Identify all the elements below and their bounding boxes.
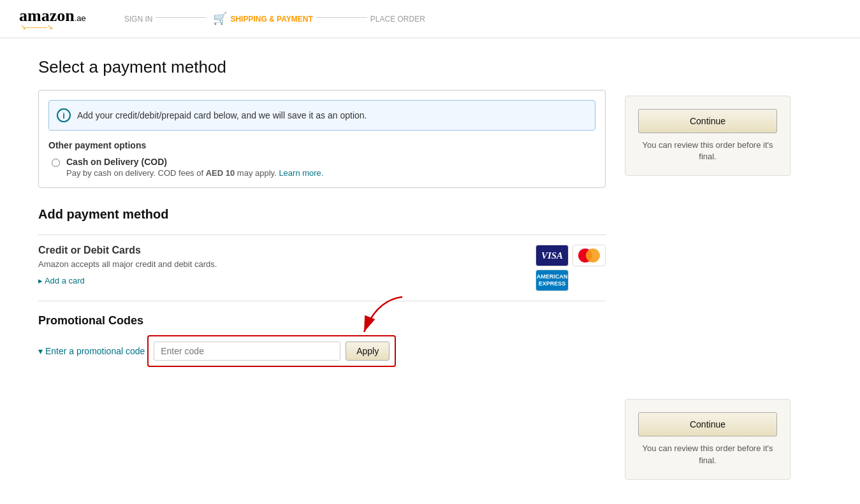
page-title: Select a payment method: [38, 57, 606, 77]
bottom-continue-button[interactable]: Continue: [638, 412, 777, 436]
card-logos: VISA AMERICANEXPRESS: [536, 245, 606, 291]
cards-subtitle: Amazon accepts all major credit and debi…: [38, 259, 217, 269]
cards-title: Credit or Debit Cards: [38, 245, 217, 256]
cod-desc-prefix: Pay by cash on delivery. COD fees of: [66, 168, 206, 178]
credit-cards-row: Credit or Debit Cards Amazon accepts all…: [38, 245, 606, 291]
cod-amount: AED 10: [206, 168, 235, 178]
checkout-steps: SIGN IN 🛒 SHIPPING & PAYMENT PLACE ORDER: [124, 11, 425, 27]
cod-label: Cash on Delivery (COD): [66, 157, 323, 167]
top-continue-button[interactable]: Continue: [638, 109, 777, 133]
info-message: Add your credit/debit/prepaid card below…: [77, 110, 367, 120]
promo-toggle[interactable]: ▾ Enter a promotional code: [38, 346, 145, 356]
promo-input-wrapper: Apply: [147, 335, 396, 367]
amex-icon: AMERICANEXPRESS: [536, 270, 569, 291]
step-shipping: SHIPPING & PAYMENT: [230, 15, 312, 24]
step-signin: SIGN IN: [124, 15, 153, 24]
cod-desc-suffix: may apply.: [235, 168, 277, 178]
top-continue-note: You can review this order before it's fi…: [638, 140, 777, 162]
cod-details: Cash on Delivery (COD) Pay by cash on de…: [66, 157, 323, 178]
add-card-link[interactable]: ▸ Add a card: [38, 276, 85, 285]
divider-bottom: [38, 301, 606, 301]
promo-apply-button[interactable]: Apply: [346, 342, 390, 361]
content-area: Select a payment method i Add your credi…: [38, 57, 606, 480]
logo-ae: .ae: [75, 13, 86, 23]
sidebar: Continue You can review this order befor…: [625, 96, 791, 480]
logo-smile: ↘———↘: [20, 23, 53, 31]
cod-option: Cash on Delivery (COD) Pay by cash on de…: [48, 157, 595, 178]
promo-section: Promotional Codes ▾ Enter a promotional …: [38, 314, 606, 367]
info-icon: i: [57, 108, 71, 122]
promo-title: Promotional Codes: [38, 314, 606, 328]
card-logos-row1: VISA: [536, 245, 606, 266]
header: amazon .ae ↘———↘ SIGN IN 🛒 SHIPPING & PA…: [0, 0, 860, 38]
bottom-continue-box: Continue You can review this order befor…: [625, 399, 791, 479]
add-payment-section: Add payment method Credit or Debit Cards…: [38, 207, 606, 367]
cod-learn-more-link[interactable]: Learn more.: [279, 168, 323, 178]
step-connector-1: [156, 17, 207, 18]
cod-desc: Pay by cash on delivery. COD fees of AED…: [66, 168, 323, 178]
payment-selection-box: i Add your credit/debit/prepaid card bel…: [38, 90, 606, 188]
info-banner: i Add your credit/debit/prepaid card bel…: [48, 100, 595, 131]
logo[interactable]: amazon .ae ↘———↘: [19, 6, 86, 31]
step-placeorder-label: PLACE ORDER: [370, 15, 425, 24]
visa-icon: VISA: [536, 245, 569, 266]
step-shipping-label: SHIPPING & PAYMENT: [230, 15, 312, 24]
top-continue-box: Continue You can review this order befor…: [625, 96, 791, 176]
other-options-title: Other payment options: [48, 140, 595, 150]
cod-radio[interactable]: [52, 159, 60, 167]
bottom-continue-note: You can review this order before it's fi…: [638, 443, 777, 466]
step-cart-icon: 🛒: [213, 11, 227, 25]
step-connector-2: [316, 17, 367, 18]
promo-code-input[interactable]: [154, 342, 340, 361]
promo-input-container: Apply: [147, 335, 396, 367]
card-logos-row2: AMERICANEXPRESS: [536, 270, 606, 291]
mastercard-icon: [572, 245, 606, 266]
divider-top: [38, 234, 606, 235]
red-arrow-annotation: [339, 294, 415, 338]
step-placeorder: PLACE ORDER: [370, 15, 425, 24]
credit-cards-info: Credit or Debit Cards Amazon accepts all…: [38, 245, 217, 285]
add-payment-title: Add payment method: [38, 207, 606, 222]
step-signin-label: SIGN IN: [124, 15, 153, 24]
